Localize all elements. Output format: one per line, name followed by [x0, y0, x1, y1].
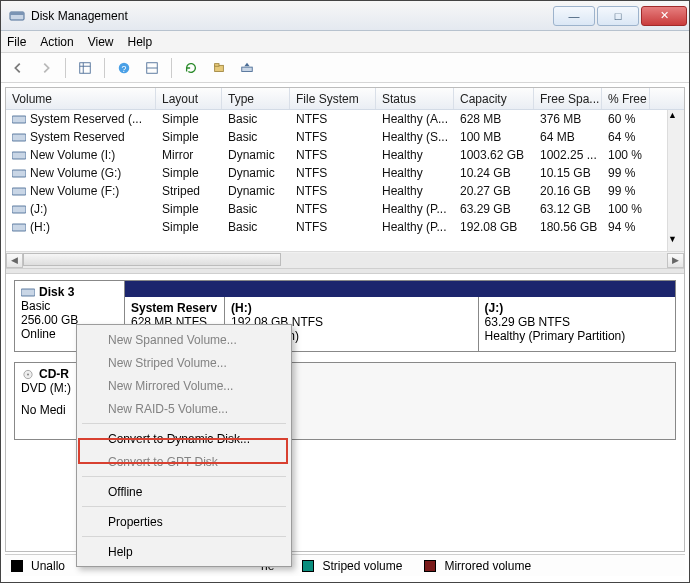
vertical-scrollbar[interactable]: ▲ ▼ [667, 110, 684, 251]
minimize-button[interactable]: — [553, 6, 595, 26]
cell-pctfree: 99 % [602, 182, 650, 200]
cell-capacity: 100 MB [454, 128, 534, 146]
menu-properties[interactable]: Properties [80, 510, 288, 533]
back-button[interactable] [7, 57, 29, 79]
table-header: Volume Layout Type File System Status Ca… [6, 88, 684, 110]
rescan-button[interactable] [208, 57, 230, 79]
disk-title: Disk 3 [39, 285, 74, 299]
cell-capacity: 10.24 GB [454, 164, 534, 182]
cell-volume: New Volume (I:) [6, 146, 156, 164]
menu-new-spanned: New Spanned Volume... [80, 328, 288, 351]
menu-action[interactable]: Action [40, 35, 73, 49]
cell-layout: Striped [156, 182, 222, 200]
menu-new-striped: New Striped Volume... [80, 351, 288, 374]
menu-convert-dynamic[interactable]: Convert to Dynamic Disk... [80, 427, 288, 450]
cell-pctfree: 60 % [602, 110, 650, 128]
scroll-right-icon[interactable]: ▶ [667, 253, 684, 268]
cell-free: 20.16 GB [534, 182, 602, 200]
cell-volume: New Volume (F:) [6, 182, 156, 200]
cell-pctfree: 94 % [602, 218, 650, 236]
table-row[interactable]: (H:)SimpleBasicNTFSHealthy (P...192.08 G… [6, 218, 684, 236]
svg-rect-11 [242, 67, 253, 71]
svg-rect-2 [80, 62, 91, 73]
cell-capacity: 20.27 GB [454, 182, 534, 200]
scroll-up-icon[interactable]: ▲ [668, 110, 684, 127]
cdrom-title: CD-R [39, 367, 69, 381]
menu-help[interactable]: Help [80, 540, 288, 563]
menubar: File Action View Help [1, 31, 689, 53]
scroll-thumb[interactable] [23, 253, 281, 266]
svg-rect-1 [10, 12, 24, 15]
svg-rect-12 [12, 116, 26, 123]
table-row[interactable]: New Volume (F:)StripedDynamicNTFSHealthy… [6, 182, 684, 200]
col-pctfree[interactable]: % Free [602, 88, 650, 109]
cell-status: Healthy (S... [376, 128, 454, 146]
col-free[interactable]: Free Spa... [534, 88, 602, 109]
table-row[interactable]: New Volume (G:)SimpleDynamicNTFSHealthy1… [6, 164, 684, 182]
horizontal-scrollbar[interactable]: ◀ ▶ [6, 251, 684, 268]
svg-point-21 [27, 373, 29, 375]
cell-type: Dynamic [222, 164, 290, 182]
menu-file[interactable]: File [7, 35, 26, 49]
cell-free: 64 MB [534, 128, 602, 146]
toolbar: ? [1, 53, 689, 83]
menu-offline[interactable]: Offline [80, 480, 288, 503]
help-button[interactable]: ? [113, 57, 135, 79]
svg-rect-13 [12, 134, 26, 141]
table-row[interactable]: New Volume (I:)MirrorDynamicNTFSHealthy1… [6, 146, 684, 164]
partition-name: (J:) [485, 301, 669, 315]
col-layout[interactable]: Layout [156, 88, 222, 109]
cell-type: Dynamic [222, 146, 290, 164]
table-row[interactable]: System Reserved (...SimpleBasicNTFSHealt… [6, 110, 684, 128]
svg-rect-19 [21, 289, 35, 296]
titlebar: Disk Management — □ ✕ [1, 1, 689, 31]
action-button[interactable] [236, 57, 258, 79]
svg-text:?: ? [122, 63, 127, 73]
svg-rect-16 [12, 188, 26, 195]
window-title: Disk Management [31, 9, 551, 23]
svg-rect-15 [12, 170, 26, 177]
volume-list: Volume Layout Type File System Status Ca… [6, 88, 684, 268]
close-button[interactable]: ✕ [641, 6, 687, 26]
menu-view[interactable]: View [88, 35, 114, 49]
col-type[interactable]: Type [222, 88, 290, 109]
cell-free: 10.15 GB [534, 164, 602, 182]
cell-filesystem: NTFS [290, 164, 376, 182]
partition-name: (H:) [231, 301, 472, 315]
cell-type: Basic [222, 128, 290, 146]
legend-mirrored: Mirrored volume [444, 559, 531, 573]
legend-striped: Striped volume [322, 559, 402, 573]
cell-free: 376 MB [534, 110, 602, 128]
partition-status: Healthy (Primary Partition) [485, 329, 669, 343]
refresh-button[interactable] [180, 57, 202, 79]
cell-type: Basic [222, 218, 290, 236]
menu-convert-gpt: Convert to GPT Disk [80, 450, 288, 473]
maximize-button[interactable]: □ [597, 6, 639, 26]
scroll-down-icon[interactable]: ▼ [668, 234, 684, 251]
partition-j[interactable]: (J:) 63.29 GB NTFS Healthy (Primary Part… [479, 297, 675, 351]
cell-layout: Simple [156, 218, 222, 236]
detail-view-button[interactable] [74, 57, 96, 79]
cell-capacity: 192.08 GB [454, 218, 534, 236]
svg-rect-18 [12, 224, 26, 231]
partition-name: System Reserv [131, 301, 218, 315]
settings-button[interactable] [141, 57, 163, 79]
swatch-striped [302, 560, 314, 572]
col-volume[interactable]: Volume [6, 88, 156, 109]
disk-type: Basic [21, 299, 118, 313]
cd-icon [21, 369, 35, 380]
cell-free: 180.56 GB [534, 218, 602, 236]
menu-help[interactable]: Help [128, 35, 153, 49]
table-row[interactable]: (J:)SimpleBasicNTFSHealthy (P...63.29 GB… [6, 200, 684, 218]
menu-new-mirrored: New Mirrored Volume... [80, 374, 288, 397]
col-filesystem[interactable]: File System [290, 88, 376, 109]
disk-band [125, 281, 675, 297]
cell-filesystem: NTFS [290, 218, 376, 236]
legend-unallocated: Unallo [31, 559, 65, 573]
col-capacity[interactable]: Capacity [454, 88, 534, 109]
table-row[interactable]: System ReservedSimpleBasicNTFSHealthy (S… [6, 128, 684, 146]
cell-pctfree: 100 % [602, 200, 650, 218]
scroll-left-icon[interactable]: ◀ [6, 253, 23, 268]
forward-button[interactable] [35, 57, 57, 79]
col-status[interactable]: Status [376, 88, 454, 109]
